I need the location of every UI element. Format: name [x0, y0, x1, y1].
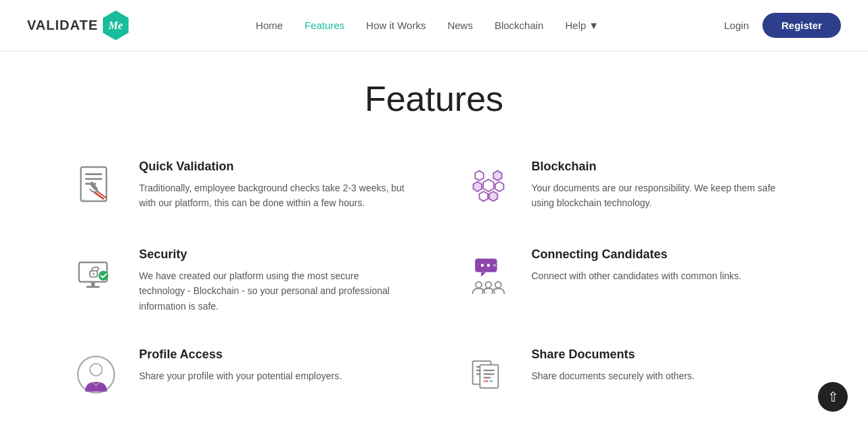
svg-rect-40	[489, 381, 493, 382]
svg-rect-2	[85, 178, 101, 180]
svg-marker-10	[493, 171, 501, 181]
svg-rect-36	[483, 370, 494, 371]
blockchain-icon	[461, 160, 516, 214]
quick-validation-icon	[69, 160, 123, 214]
navbar-right: Login Register	[724, 13, 841, 38]
svg-marker-14	[488, 191, 497, 201]
svg-rect-35	[480, 365, 498, 388]
arrow-up-icon: ⇧	[827, 389, 839, 405]
svg-rect-38	[483, 377, 490, 379]
nav-blockchain[interactable]: Blockchain	[495, 20, 544, 31]
share-documents-title: Share Documents	[532, 347, 695, 362]
profile-access-description: Share your profile with your potential e…	[139, 368, 342, 383]
features-grid: Quick Validation Traditionally, employee…	[69, 160, 800, 402]
brand-logo-link[interactable]: VALIDATE Me	[27, 11, 131, 41]
connecting-candidates-description: Connect with other candidates with commo…	[532, 268, 741, 283]
brand-logo-letter: Me	[108, 20, 122, 32]
svg-point-27	[485, 282, 491, 288]
brand-logo-hexagon: Me	[101, 11, 131, 41]
svg-rect-1	[85, 173, 101, 175]
scroll-up-button[interactable]: ⇧	[818, 382, 848, 412]
navbar: VALIDATE Me Home Features How it Works N…	[0, 0, 868, 51]
svg-point-28	[495, 282, 501, 288]
svg-marker-11	[473, 182, 481, 191]
nav-how-it-works[interactable]: How it Works	[366, 20, 426, 31]
svg-marker-8	[483, 179, 494, 191]
svg-rect-17	[86, 286, 99, 288]
svg-rect-16	[91, 282, 94, 287]
security-icon	[69, 247, 123, 302]
feature-profile-access: Profile Access Share your profile with y…	[69, 347, 407, 402]
register-button[interactable]: Register	[762, 13, 841, 38]
brand-text: VALIDATE	[27, 18, 98, 33]
svg-point-20	[98, 271, 108, 281]
svg-rect-39	[483, 381, 488, 382]
svg-line-4	[95, 193, 104, 199]
nav-features[interactable]: Features	[304, 20, 344, 31]
svg-point-26	[476, 282, 482, 288]
main-content: Features	[28, 51, 840, 432]
security-title: Security	[139, 247, 407, 262]
blockchain-title: Blockchain	[532, 160, 800, 174]
feature-quick-validation: Quick Validation Traditionally, employee…	[69, 160, 407, 214]
nav-links: Home Features How it Works News Blockcha…	[256, 20, 599, 32]
chevron-down-icon: ▼	[589, 20, 599, 31]
login-link[interactable]: Login	[724, 20, 749, 31]
svg-marker-22	[481, 272, 486, 277]
quick-validation-description: Traditionally, employee background check…	[139, 181, 407, 211]
share-documents-text: Share Documents Share documents securely…	[532, 347, 695, 383]
security-description: We have created our platform using the m…	[139, 268, 407, 314]
share-documents-description: Share documents securely with others.	[532, 368, 695, 383]
feature-connecting-candidates: Connecting Candidates Connect with other…	[461, 247, 800, 314]
feature-share-documents: Share Documents Share documents securely…	[461, 347, 800, 402]
svg-point-19	[93, 273, 95, 275]
nav-home[interactable]: Home	[256, 20, 283, 31]
page-title: Features	[69, 78, 800, 119]
svg-point-5	[83, 199, 85, 201]
profile-access-icon	[69, 347, 123, 402]
svg-marker-12	[495, 182, 503, 191]
connecting-candidates-icon	[461, 247, 516, 302]
connecting-candidates-text: Connecting Candidates Connect with other…	[532, 247, 741, 283]
connecting-candidates-title: Connecting Candidates	[532, 247, 741, 262]
svg-point-30	[90, 364, 102, 376]
profile-access-title: Profile Access	[139, 347, 342, 362]
blockchain-text: Blockchain Your documents are our respon…	[532, 160, 800, 211]
security-text: Security We have created our platform us…	[139, 247, 407, 314]
blockchain-description: Your documents are our responsibility. W…	[532, 181, 800, 211]
svg-point-24	[486, 264, 490, 267]
nav-news[interactable]: News	[447, 20, 473, 31]
svg-point-23	[480, 264, 484, 267]
svg-point-25	[493, 264, 496, 267]
svg-marker-9	[475, 171, 483, 181]
feature-security: Security We have created our platform us…	[69, 247, 407, 314]
profile-access-text: Profile Access Share your profile with y…	[139, 347, 342, 383]
quick-validation-text: Quick Validation Traditionally, employee…	[139, 160, 407, 211]
nav-help[interactable]: Help ▼	[565, 20, 599, 31]
svg-rect-37	[483, 373, 494, 375]
quick-validation-title: Quick Validation	[139, 160, 407, 174]
svg-marker-13	[479, 191, 487, 201]
share-documents-icon	[461, 347, 516, 402]
feature-blockchain: Blockchain Your documents are our respon…	[461, 160, 800, 214]
